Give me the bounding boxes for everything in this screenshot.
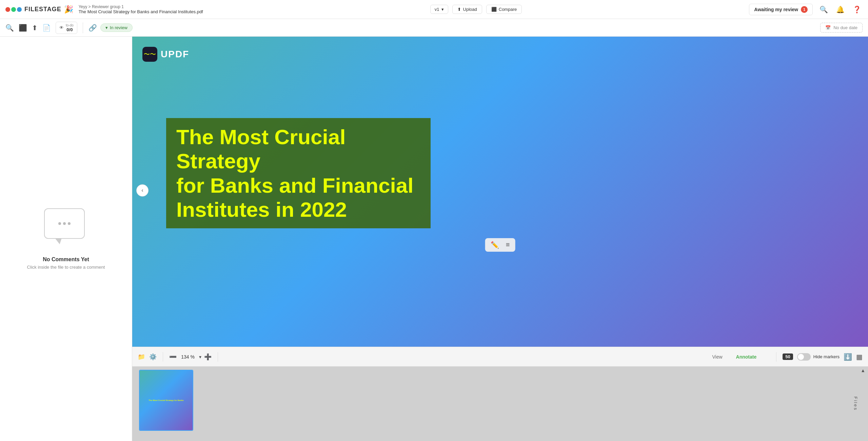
pdf-toolbar-separator-2 — [218, 352, 218, 362]
awaiting-badge: 1 — [801, 6, 808, 13]
header: FILESTAGE 🎉 Yeyy > Reviewer group 1 The … — [0, 0, 868, 19]
upload-icon[interactable]: ⬆ — [32, 24, 38, 32]
search-icon[interactable]: 🔍 — [5, 24, 14, 32]
compare-button[interactable]: ⬛ Compare — [486, 5, 522, 14]
logo-area: FILESTAGE 🎉 — [5, 5, 73, 14]
zoom-out-button[interactable]: ➖ — [169, 353, 177, 361]
no-comments-subtitle: Click inside the file to create a commen… — [27, 265, 105, 270]
toolbar-left: 🔍 ⬛ ⬆ 📄 👁 to-do 0/0 — [5, 22, 77, 34]
awaiting-review-button[interactable]: Awaiting my review 1 — [749, 4, 813, 15]
bubble-dot-2 — [63, 222, 66, 225]
thumbnail-inner: The Most Crucial Strategy for Banks — [140, 370, 193, 430]
pdf-logo: 〜〜 UPDF — [142, 47, 858, 62]
search-button[interactable]: 🔍 — [818, 4, 829, 15]
pdf-bottom-toolbar: 📁 ⚙️ ➖ 134 % ▾ ➕ View Annotate 50 Hide m… — [132, 347, 868, 366]
bubble-dot-3 — [68, 222, 71, 225]
toolbar-center: 🔗 ▾ In review — [88, 23, 817, 32]
todo-count: 0/0 — [66, 27, 73, 32]
version-label: v1 — [435, 7, 439, 12]
zoom-in-button[interactable]: ➕ — [204, 353, 212, 361]
chevron-down-icon[interactable]: ▾ — [199, 354, 201, 360]
scroll-up-icon[interactable]: ▲ — [861, 368, 865, 373]
toggle-knob — [798, 354, 804, 360]
bubble-dots — [58, 222, 71, 225]
bubble-dot-1 — [58, 222, 61, 225]
eye-icon: 👁 — [59, 25, 64, 30]
toolbar-right: 📅 No due date — [820, 23, 863, 33]
files-label: Files — [853, 397, 858, 411]
comments-panel: No Comments Yet Click inside the file to… — [0, 37, 132, 441]
pdf-toolbar-separator-1 — [163, 352, 163, 362]
pdf-title-background: The Most Crucial Strategy for Banks and … — [166, 118, 431, 228]
link-icon[interactable]: 🔗 — [88, 24, 97, 32]
todo-label: to-do — [66, 23, 74, 27]
compare-label: Compare — [499, 7, 517, 12]
pdf-title-line3: Institutes in 2022 — [176, 198, 347, 221]
no-due-date-button[interactable]: 📅 No due date — [820, 23, 863, 33]
view-button[interactable]: View — [705, 352, 729, 362]
logo-circle-blue — [17, 7, 22, 12]
status-badge[interactable]: ▾ In review — [100, 23, 133, 32]
main-content: No Comments Yet Click inside the file to… — [0, 37, 868, 441]
pdf-logo-text: UPDF — [161, 49, 189, 60]
header-right: Awaiting my review 1 🔍 🔔 ❓ — [749, 4, 863, 15]
calendar-icon: 📅 — [825, 25, 831, 30]
pdf-title-block: The Most Crucial Strategy for Banks and … — [166, 118, 431, 228]
import-icon[interactable]: 📄 — [42, 24, 51, 32]
strikethrough-icon[interactable]: ≡ — [506, 241, 510, 249]
logo-circle-green — [11, 7, 16, 12]
thumbnail-item[interactable]: The Most Crucial Strategy for Banks — [139, 370, 193, 431]
breadcrumb: Yeyy > Reviewer group 1 The Most Crucial… — [79, 4, 203, 14]
breadcrumb-bottom: The Most Crucial Strategy for Banks and … — [79, 9, 203, 14]
logo-mascot: 🎉 — [64, 5, 73, 14]
layout-button[interactable]: ▦ — [856, 353, 863, 361]
version-button[interactable]: v1 ▾ — [430, 5, 448, 14]
no-comments-illustration — [44, 208, 88, 246]
hide-markers-toggle[interactable] — [797, 353, 811, 361]
add-comment-icon[interactable]: ⬛ — [19, 24, 27, 32]
breadcrumb-top[interactable]: Yeyy > Reviewer group 1 — [79, 4, 203, 9]
hide-markers-control: Hide markers — [797, 353, 840, 361]
notifications-button[interactable]: 🔔 — [835, 4, 846, 15]
doc-content[interactable]: ‹ 〜〜 UPDF The Most Crucial Strategy — [132, 37, 868, 347]
annotate-button[interactable]: Annotate — [729, 352, 764, 362]
folder-icon[interactable]: 📁 — [138, 353, 145, 361]
prev-page-button[interactable]: ‹ — [136, 184, 149, 196]
pdf-slide: 〜〜 UPDF The Most Crucial Strategy for Ba… — [132, 37, 868, 347]
compare-icon: ⬛ — [491, 7, 497, 12]
pdf-title-text: The Most Crucial Strategy for Banks and … — [176, 125, 420, 222]
chevron-left-icon: ‹ — [141, 187, 143, 193]
logo-text: FILESTAGE — [24, 6, 61, 13]
hide-markers-label: Hide markers — [813, 354, 840, 359]
thumbnail-strip: ▲ The Most Crucial Strategy for Banks Fi… — [132, 366, 868, 441]
logo-circles — [5, 7, 22, 12]
annotation-bar: ✏️ ≡ — [485, 238, 515, 252]
header-center: v1 ▾ ⬆ Upload ⬛ Compare — [209, 5, 744, 14]
upload-icon: ⬆ — [457, 7, 461, 12]
logo-circle-red — [5, 7, 10, 12]
thumbnail-title: The Most Crucial Strategy for Banks — [147, 398, 185, 403]
todo-display: 👁 to-do 0/0 — [56, 22, 77, 34]
settings-icon[interactable]: ⚙️ — [149, 353, 157, 361]
zoom-value[interactable]: 134 % — [179, 354, 196, 360]
speech-bubble — [44, 208, 85, 239]
toolbar: 🔍 ⬛ ⬆ 📄 👁 to-do 0/0 🔗 ▾ In review 📅 No d… — [0, 19, 868, 37]
toolbar-separator — [83, 22, 83, 33]
pencil-icon[interactable]: ✏️ — [491, 241, 499, 249]
marker-count-badge: 50 — [783, 353, 793, 360]
upload-label: Upload — [463, 7, 477, 12]
pdf-title-line1: The Most Crucial Strategy — [176, 125, 346, 173]
chevron-down-icon: ▾ — [441, 7, 444, 12]
upload-button[interactable]: ⬆ Upload — [452, 5, 482, 14]
doc-viewer: ‹ 〜〜 UPDF The Most Crucial Strategy — [132, 37, 868, 441]
download-button[interactable]: ⬇️ — [844, 353, 852, 361]
view-annotate-control: View Annotate — [705, 352, 763, 362]
pdf-toolbar-separator-3 — [776, 352, 776, 362]
help-button[interactable]: ❓ — [851, 4, 863, 15]
pdf-logo-icon: 〜〜 — [142, 47, 157, 62]
awaiting-label: Awaiting my review — [754, 7, 798, 12]
chevron-down-icon: ▾ — [105, 25, 108, 30]
status-label: In review — [110, 25, 127, 30]
no-due-date-label: No due date — [833, 25, 857, 30]
no-comments-title: No Comments Yet — [43, 256, 89, 263]
